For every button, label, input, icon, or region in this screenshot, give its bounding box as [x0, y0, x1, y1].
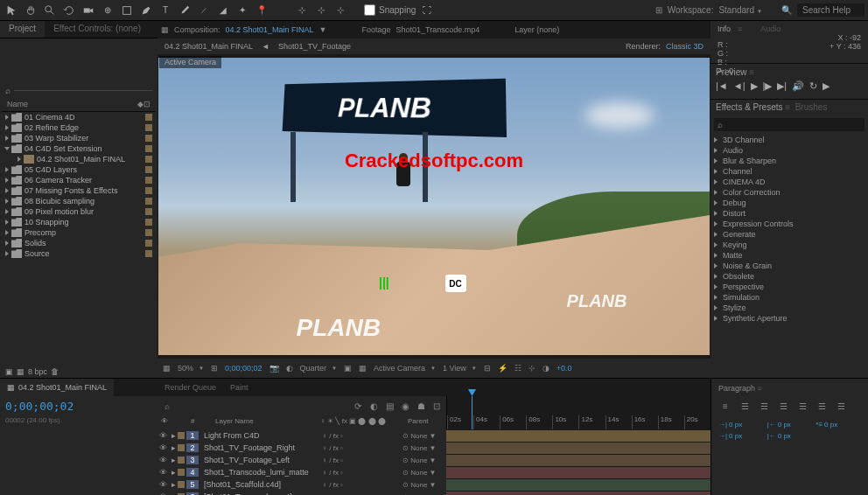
- paragraph-indent-field[interactable]: →|0 px: [718, 432, 764, 440]
- breadcrumb-item[interactable]: Shot01_TV_Footage: [278, 42, 351, 51]
- timeline-icon[interactable]: ☷: [514, 364, 522, 373]
- play-icon[interactable]: ▶: [751, 80, 758, 92]
- timeline-timecode[interactable]: 0;00;00;02: [0, 396, 158, 416]
- pixel-aspect-icon[interactable]: ⊟: [484, 364, 491, 373]
- tab-timeline-comp[interactable]: ▦04.2 Shot01_Main FINAL: [0, 379, 114, 396]
- selection-tool-icon[interactable]: [4, 3, 19, 18]
- effect-category[interactable]: Debug: [710, 198, 868, 208]
- snap-opts-icon[interactable]: ⛶: [419, 3, 435, 18]
- fast-preview-icon[interactable]: ⚡: [498, 364, 508, 373]
- project-item[interactable]: 04.2 Shot01_Main FINAL: [2, 154, 156, 164]
- tab-effect-controls[interactable]: Effect Controls: (none): [45, 21, 150, 38]
- channel-icon[interactable]: ◐: [286, 364, 293, 373]
- effect-category[interactable]: Simulation: [710, 292, 868, 303]
- zoom-dropdown[interactable]: 50%: [178, 364, 204, 373]
- brush-tool-icon[interactable]: [177, 3, 192, 18]
- effect-category[interactable]: Perspective: [710, 282, 868, 292]
- bpc-indicator[interactable]: ▣▦8 bpc🗑: [0, 366, 158, 378]
- tab-info[interactable]: Info: [718, 24, 731, 40]
- loop-icon[interactable]: ↻: [809, 80, 817, 92]
- timeline-layer-row[interactable]: 👁▸2Shot1_TV_Footage_Right♀ / fx ▫⊙ None …: [158, 442, 710, 454]
- project-item[interactable]: 01 Cinema 4D: [2, 112, 156, 122]
- layer-tab-label[interactable]: Layer (none): [514, 25, 559, 34]
- renderer-value[interactable]: Classic 3D: [666, 42, 704, 51]
- roto-tool-icon[interactable]: ✦: [234, 3, 250, 18]
- project-item[interactable]: 02 Refine Edge: [2, 122, 156, 133]
- pin-tool-icon[interactable]: 📍: [254, 3, 270, 18]
- grid-icon[interactable]: ⊞: [211, 364, 218, 373]
- nviews-dropdown[interactable]: 1 View: [443, 364, 477, 373]
- layer-name-header[interactable]: Layer Name: [215, 417, 303, 425]
- effect-category[interactable]: Blur & Sharpen: [710, 156, 868, 166]
- timeline-layer-row[interactable]: 👁▸6[Shot01_Transcode.mp4]♀ / fx ▫⊙ None …: [158, 491, 710, 495]
- exposure-value[interactable]: +0.0: [556, 364, 572, 373]
- tab-render-queue[interactable]: Render Queue: [158, 379, 223, 396]
- effect-category[interactable]: Keying: [710, 240, 868, 250]
- paragraph-indent-field[interactable]: *≡0 px: [816, 421, 861, 429]
- project-item[interactable]: 08 Bicubic sampling: [2, 196, 156, 206]
- project-item[interactable]: Solids: [2, 238, 156, 248]
- camera-tool-icon[interactable]: [80, 3, 96, 18]
- align-right-icon[interactable]: ☰: [757, 400, 771, 412]
- timeline-layer-row[interactable]: 👁▸5[Shot01_Scaffold.c4d]♀ / fx ▫⊙ None ▼: [158, 478, 710, 491]
- effect-category[interactable]: Noise & Grain: [710, 261, 868, 271]
- effect-category[interactable]: Stylize: [710, 303, 868, 313]
- project-item[interactable]: Precomp: [2, 227, 156, 238]
- viewer-timecode[interactable]: 0;00;00;02: [225, 364, 262, 373]
- tab-brushes[interactable]: Brushes: [795, 102, 828, 112]
- frame-blend-icon[interactable]: ▤: [383, 400, 396, 412]
- rect-tool-icon[interactable]: [119, 3, 135, 18]
- timeline-layer-row[interactable]: 👁▸3Shot1_TV_Footage_Left♀ / fx ▫⊙ None ▼: [158, 454, 710, 466]
- breadcrumb-item[interactable]: 04.2 Shot01_Main FINAL: [164, 42, 253, 51]
- project-item[interactable]: 03 Warp Stabilizer: [2, 133, 156, 143]
- project-item[interactable]: Source: [2, 248, 156, 259]
- snapshot-icon[interactable]: 📷: [270, 364, 279, 373]
- effect-category[interactable]: CINEMA 4D: [710, 177, 868, 187]
- paragraph-indent-field[interactable]: |←0 px: [767, 432, 813, 440]
- view-axis-icon[interactable]: ⊹: [332, 3, 348, 18]
- last-frame-icon[interactable]: ▶|: [777, 80, 787, 92]
- effect-category[interactable]: Expression Controls: [710, 219, 868, 229]
- project-item[interactable]: 09 Pixel motion blur: [2, 206, 156, 217]
- quality-dropdown[interactable]: Quarter: [300, 364, 337, 373]
- local-axis-icon[interactable]: ⊹: [294, 3, 310, 18]
- composition-viewer[interactable]: Active Camera PLANB PLANB PLANB ||| DC C…: [158, 54, 710, 359]
- tab-paint[interactable]: Paint: [223, 379, 256, 396]
- text-tool-icon[interactable]: T: [158, 3, 173, 18]
- layer-icon[interactable]: ⊡: [430, 400, 443, 412]
- paragraph-indent-field[interactable]: →|0 px: [718, 421, 764, 429]
- first-frame-icon[interactable]: |◄: [716, 80, 728, 92]
- parent-header[interactable]: Parent: [408, 417, 443, 425]
- tab-effects[interactable]: Effects & Presets: [716, 102, 783, 112]
- timeline-layer-row[interactable]: 👁▸1Light From C4D♀ / fx ▫⊙ None ▼: [158, 429, 710, 442]
- comp-flow-icon[interactable]: ⊹: [528, 364, 536, 373]
- effect-category[interactable]: Synthetic Aperture: [710, 313, 868, 324]
- footage-name[interactable]: Shot01_Transcode.mp4: [396, 25, 480, 34]
- align-left-icon[interactable]: ≡: [718, 400, 732, 412]
- zoom-tool-icon[interactable]: [42, 3, 58, 18]
- view-dropdown[interactable]: Active Camera: [374, 364, 436, 373]
- next-frame-icon[interactable]: |▶: [763, 80, 773, 92]
- tab-preview[interactable]: Preview: [716, 67, 747, 77]
- playhead[interactable]: [472, 396, 472, 429]
- pen-tool-icon[interactable]: [138, 3, 154, 18]
- hand-tool-icon[interactable]: [23, 3, 38, 18]
- exposure-reset-icon[interactable]: ◑: [542, 364, 550, 373]
- effect-category[interactable]: 3D Channel: [710, 135, 868, 145]
- effect-category[interactable]: Channel: [710, 166, 868, 177]
- project-item[interactable]: 06 Camera Tracker: [2, 175, 156, 185]
- mute-icon[interactable]: 🔊: [792, 80, 804, 92]
- roi-icon[interactable]: ▣: [344, 364, 352, 373]
- effect-category[interactable]: Distort: [710, 208, 868, 219]
- snapping-checkbox[interactable]: [364, 4, 375, 16]
- justify-all-icon[interactable]: ☰: [834, 400, 848, 412]
- project-item[interactable]: 10 Snapping: [2, 217, 156, 227]
- effect-category[interactable]: Obsolete: [710, 271, 868, 282]
- paragraph-indent-field[interactable]: |←0 px: [767, 421, 813, 429]
- eraser-tool-icon[interactable]: ◢: [215, 3, 231, 18]
- graph-icon[interactable]: ☗: [415, 400, 427, 412]
- timeline-ruler[interactable]: 02s04s06s08s10s12s14s16s18s20s: [446, 396, 710, 429]
- project-item[interactable]: 05 C4D Layers: [2, 164, 156, 175]
- tab-paragraph[interactable]: Paragraph: [718, 384, 755, 393]
- project-item[interactable]: 04 C4D Set Extension: [2, 143, 156, 154]
